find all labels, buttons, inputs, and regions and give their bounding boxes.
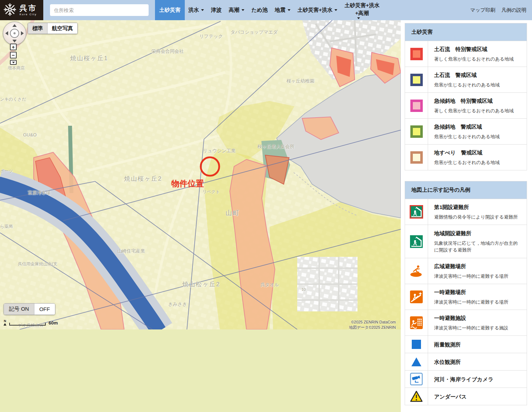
north-indicator: N [4,320,6,326]
legend-row: 急傾斜地 警戒区域 危害が生じるおそれのある地域 [405,118,527,144]
layer-switcher: 標準 航空写真 [28,23,78,34]
legend-help-link[interactable]: 凡例の説明 [501,7,526,13]
debris-flow-swatch [410,74,423,86]
tab-reservoir[interactable]: ため池 [248,0,271,20]
search-area [43,0,155,20]
legend-row: 一時避難施設 津波災害時に一時的に避難する施設 [405,310,527,335]
water-level-icon [405,353,428,370]
logo-title: 呉市 [20,4,37,12]
chevron-down-icon [242,9,244,11]
steep-slope-special-swatch [410,100,423,112]
tab-flood[interactable]: 洪水 [185,0,207,20]
tab-bar: 土砂災害 洪水 津波 高潮 ため池 地震 土砂災害+洪水 土砂災害+洪水 + [155,0,383,20]
legend-row: 土石流 警戒区域 危害が生じるおそれのある地域 [405,67,527,92]
pan-up-arrow[interactable] [12,24,17,27]
pan-center-button[interactable] [10,29,19,38]
property-location-label: 物件位置 [171,178,204,189]
legend-row: 雨量観測所 [405,335,527,353]
header-links: マップ印刷 凡例の説明 [470,0,532,20]
layer-aerial-button[interactable]: 航空写真 [47,23,77,34]
live-camera-icon [405,371,428,388]
symbols-on-button[interactable]: 記号 ON [4,304,34,315]
page: 呉市 Kure City 土砂災害 洪水 津波 高潮 ため池 地震 [0,0,532,412]
chevron-down-icon [334,9,337,11]
map-area[interactable]: 焼山桜ヶ丘1増本商店栄商会合同会社リフテックタバコショップマエダ桜ヶ丘幼稚園ンキ… [0,20,401,329]
header: 呉市 Kure City 土砂災害 洪水 津波 高潮 ため池 地震 [0,0,532,20]
zoom-in-button[interactable]: + [10,44,17,50]
temporary-evacuation-facility-icon [405,310,428,335]
legend-row: 土石流 特別警戒区域 著しく危害が生じるおそれのある地域 [405,41,527,67]
tab-sediment-flood[interactable]: 土砂災害+洪水 [294,0,341,20]
map-print-link[interactable]: マップ印刷 [470,7,495,13]
legend-row: 急傾斜地 特別警戒区域 著しく危害が生じるおそれのある地域 [405,92,527,118]
symbols-toggle: 記号 ON OFF [4,303,55,315]
hazard-legend-title: 土砂災害 [405,23,527,41]
header-spacer [383,0,470,20]
landslide-swatch [410,151,423,164]
tab-sediment-flood-surge[interactable]: 土砂災害+洪水 +高潮 [341,0,383,20]
scale-bar: N 60m [4,320,58,326]
tab-earthquake[interactable]: 地震 [271,0,294,20]
tab-tsunami[interactable]: 津波 [207,0,225,20]
temporary-evacuation-place-icon [405,284,428,310]
map-pan-control[interactable] [3,22,26,45]
tab-storm-surge[interactable]: 高潮 [225,0,248,20]
pan-down-arrow[interactable] [12,40,17,43]
symbol-legend-title: 地図上に示す記号の凡例 [405,181,527,199]
app-logo[interactable]: 呉市 Kure City [0,0,43,20]
debris-flow-special-swatch [410,48,423,60]
search-input[interactable] [50,4,149,16]
kure-city-logo-icon [3,3,17,18]
layer-standard-button[interactable]: 標準 [28,23,47,34]
legend-row: 地域開設避難所 気象状況等に応じて，地域の方が自主的に開設する避難所 [405,225,527,258]
legend-row: 第1開設避難所 避難情報の発令等により開設する避難所 [405,199,527,225]
pan-left-arrow[interactable] [5,31,8,35]
legend-row: 一時避難場所 津波災害時に一時的に避難する場所 [405,284,527,310]
hazard-legend-panel: 土砂災害 土石流 特別警戒区域 著しく危害が生じるおそれのある地域 土石流 警戒… [405,23,527,170]
legend-row: 地すべり 警戒区域 危害が生じるおそれのある地域 [405,144,527,170]
scale-ruler [9,323,46,326]
chevron-down-icon [288,9,290,11]
chevron-down-icon [201,9,204,11]
north-arrow-icon [4,323,6,326]
legend-row: アンダーパス [405,388,527,405]
pan-right-arrow[interactable] [21,31,24,35]
symbols-off-button[interactable]: OFF [34,304,55,315]
zoom-menu-button[interactable] [10,60,17,65]
bottom-strip [0,329,401,412]
urban-white-blocks-bottom [297,257,358,311]
symbol-legend-panel: 地図上に示す記号の凡例 第1開設避難所 避難情報の発令等により開設する避難所 [405,181,527,405]
zoom-out-button[interactable]: − [10,52,17,58]
logo-text: 呉市 Kure City [20,4,37,16]
underpass-icon [405,388,428,405]
scale-value: 60m [49,321,58,326]
chevron-down-icon [357,17,360,19]
logo-subtitle: Kure City [20,13,37,16]
tab-sediment-disaster[interactable]: 土砂災害 [155,0,185,20]
shelter-primary-icon [405,199,428,225]
legend-sidebar: 土砂災害 土石流 特別警戒区域 著しく危害が生じるおそれのある地域 土石流 警戒… [401,20,532,412]
legend-row: 水位観測所 [405,353,527,370]
steep-slope-swatch [410,125,423,138]
map-copyright: ©2025 ZENRIN DataCom 地図データ©2025 ZENRIN [349,320,396,329]
legend-row: 広域避難場所 津波災害時に一時的に避難する場所 [405,258,527,284]
rain-gauge-icon [405,336,428,353]
wide-area-evacuation-icon [405,258,428,284]
chevron-down-icon [12,62,15,63]
shelter-local-icon [405,225,428,258]
map-canvas[interactable] [0,20,401,329]
legend-row: 河川・海岸ライブカメラ [405,370,527,388]
